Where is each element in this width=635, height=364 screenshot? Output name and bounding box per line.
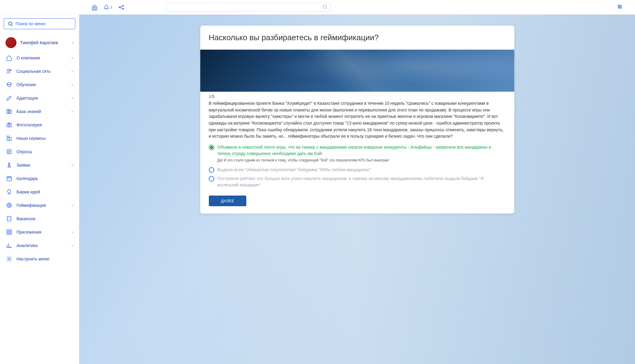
calendar-icon	[6, 175, 12, 182]
sidebar-item-label: О компании	[16, 55, 67, 60]
svg-rect-36	[7, 217, 11, 221]
sidebar-item-apps[interactable]: Приложения ‹	[4, 225, 75, 239]
sidebar-item-education[interactable]: Обучение ‹	[4, 78, 75, 91]
sidebar-item-gear[interactable]: Настроить меню	[4, 252, 75, 266]
sidebar-item-label: Обучение	[16, 82, 67, 87]
quiz-title: Насколько вы разбираетесь в геймификации…	[200, 26, 514, 50]
search-input[interactable]	[166, 3, 330, 12]
office-icon	[6, 216, 12, 222]
feedback-text: Да! И это стало одним из толчков к тому,…	[217, 158, 506, 162]
chevron-left-icon: ‹	[72, 203, 73, 207]
sidebar-item-target[interactable]: Геймификация ‹	[4, 199, 75, 212]
chevron-left-icon: ‹	[72, 83, 73, 87]
quiz-option[interactable]: Выдали всем "обманутым покупателям" бейд…	[209, 167, 506, 173]
sidebar-item-rocket[interactable]: Адаптация ‹	[4, 91, 75, 105]
svg-line-6	[326, 8, 327, 9]
menu-search-input[interactable]	[16, 21, 71, 26]
sidebar-item-chess[interactable]: Заявки ‹	[4, 158, 75, 172]
svg-rect-44	[10, 230, 12, 232]
chevron-left-icon: ‹	[72, 96, 73, 100]
sidebar-item-label: Социальная сеть	[16, 69, 67, 74]
svg-rect-43	[7, 230, 9, 232]
menu-search[interactable]	[4, 18, 75, 29]
books-icon	[6, 108, 12, 115]
settings-icon[interactable]	[617, 4, 623, 11]
svg-rect-46	[10, 233, 12, 235]
option-text: Объявили в новостной ленте игры, что на …	[217, 144, 506, 157]
top-header: 2	[0, 0, 635, 15]
svg-point-8	[620, 7, 622, 9]
chevron-left-icon: ‹	[72, 41, 73, 45]
sidebar-item-label: Адаптация	[16, 96, 67, 101]
sidebar-item-list[interactable]: Опросы	[4, 145, 75, 158]
sidebar: Тимофей Каратаев ‹ О компании ‹ Социальн…	[0, 15, 79, 364]
radio-icon	[209, 145, 214, 150]
bulb-icon	[6, 189, 12, 195]
sidebar-item-label: Приложения	[16, 230, 67, 235]
sidebar-item-books[interactable]: База знаний ‹	[4, 105, 75, 118]
sidebar-item-chart[interactable]: Аналитика ‹	[4, 239, 75, 252]
quiz-option[interactable]: Построили рейтинг, кто больше всех успел…	[209, 175, 506, 188]
chevron-left-icon: ‹	[72, 69, 73, 73]
option-text: Выдали всем "обманутым покупателям" бейд…	[217, 167, 371, 173]
question-counter: 1/5	[209, 94, 506, 99]
notifications-icon[interactable]: 2	[104, 5, 112, 10]
question-text: В геймифицированном проекте Банка "ХоумК…	[209, 100, 506, 140]
avatar	[5, 37, 16, 48]
svg-point-7	[618, 5, 619, 6]
svg-point-0	[119, 7, 120, 8]
global-search[interactable]	[166, 3, 330, 12]
search-icon	[323, 4, 327, 10]
svg-point-19	[8, 124, 10, 126]
rocket-icon	[6, 95, 12, 101]
sidebar-item-office[interactable]: Вакансии	[4, 212, 75, 225]
sidebar-item-label: Биржа идей	[16, 189, 73, 194]
camera-icon	[6, 122, 12, 128]
next-button[interactable]: ДАЛЕЕ	[209, 196, 247, 206]
sidebar-item-calendar[interactable]: Календарь	[4, 172, 75, 185]
main-content: Насколько вы разбираетесь в геймификации…	[79, 15, 635, 364]
svg-rect-17	[10, 110, 12, 114]
sidebar-item-label: Геймификация	[16, 203, 67, 208]
user-name: Тимофей Каратаев	[20, 40, 69, 45]
svg-point-5	[323, 5, 326, 8]
sidebar-item-home[interactable]: О компании ‹	[4, 51, 75, 65]
svg-rect-28	[7, 177, 12, 181]
svg-point-10	[618, 7, 619, 8]
chevron-left-icon: ‹	[72, 56, 73, 60]
sidebar-item-building[interactable]: Наши сервисы	[4, 132, 75, 145]
home-icon[interactable]	[91, 4, 98, 10]
sidebar-item-label: Наши сервисы	[16, 136, 73, 141]
radio-icon	[209, 167, 214, 173]
chevron-left-icon: ‹	[72, 163, 73, 167]
chevron-left-icon: ‹	[72, 243, 73, 248]
sidebar-item-label: Вакансии	[16, 216, 73, 221]
quiz-banner	[200, 50, 514, 92]
svg-rect-20	[7, 136, 9, 141]
svg-line-4	[120, 7, 123, 8]
quiz-option[interactable]: Объявили в новостной ленте игры, что на …	[209, 144, 506, 157]
sidebar-item-label: База знаний	[16, 109, 67, 114]
home-icon	[6, 55, 12, 61]
svg-point-1	[123, 5, 123, 6]
apps-icon	[6, 229, 12, 235]
svg-point-51	[9, 258, 10, 260]
sidebar-item-label: Заявки	[16, 163, 67, 168]
sidebar-item-label: Настроить меню	[16, 256, 73, 261]
network-icon[interactable]	[118, 4, 124, 10]
sidebar-item-label: Аналитика	[16, 243, 67, 248]
sidebar-item-users[interactable]: Социальная сеть ‹	[4, 65, 75, 78]
svg-line-12	[11, 25, 12, 26]
svg-rect-21	[9, 138, 11, 141]
chart-icon	[6, 242, 12, 249]
option-text: Построили рейтинг, кто больше всех успел…	[217, 175, 506, 188]
sidebar-item-bulb[interactable]: Биржа идей	[4, 185, 75, 199]
list-icon	[6, 149, 12, 155]
gear-icon	[6, 256, 12, 262]
chevron-left-icon: ‹	[72, 109, 73, 114]
svg-rect-45	[7, 233, 9, 235]
sidebar-item-camera[interactable]: Фотогалерея	[4, 118, 75, 132]
notif-count: 2	[110, 5, 112, 9]
svg-point-9	[620, 5, 621, 6]
user-profile[interactable]: Тимофей Каратаев ‹	[4, 34, 75, 51]
